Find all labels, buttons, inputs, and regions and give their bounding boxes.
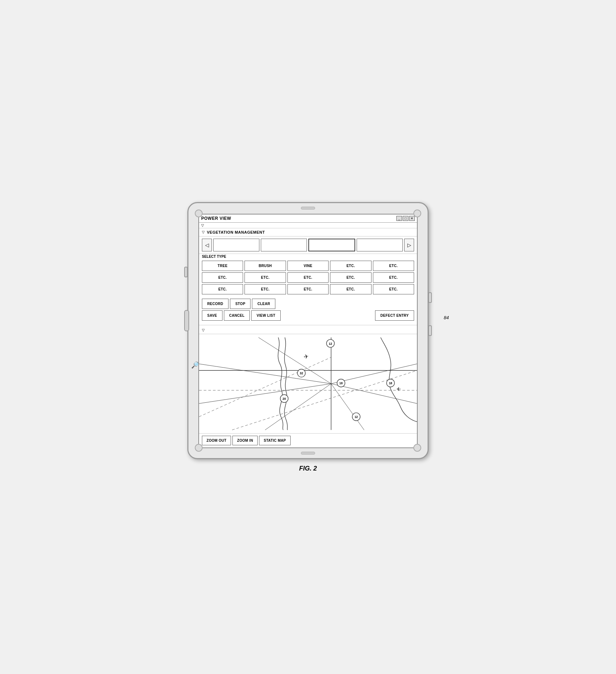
- nav-field-1[interactable]: [213, 239, 259, 251]
- type-btn-etc-1[interactable]: ETC.: [330, 261, 371, 271]
- side-button-left-1[interactable]: [184, 267, 188, 277]
- save-button[interactable]: SAVE: [202, 310, 222, 321]
- corner-tl: [195, 210, 203, 217]
- top-notch: [301, 207, 315, 210]
- svg-rect-0: [199, 337, 417, 430]
- nav-field-4[interactable]: [357, 239, 403, 251]
- action-row-1: RECORD STOP CLEAR: [202, 299, 414, 309]
- type-btn-etc-4[interactable]: ETC.: [244, 272, 286, 283]
- type-btn-etc-7[interactable]: ETC.: [373, 272, 414, 283]
- dropdown-arrow-icon: ▽: [201, 223, 204, 227]
- type-btn-etc-2[interactable]: ETC.: [373, 261, 414, 271]
- type-btn-etc-8[interactable]: ETC.: [202, 284, 243, 294]
- type-grid: TREE BRUSH VINE ETC. ETC. ETC. ETC. ETC.…: [199, 259, 417, 296]
- static-map-button[interactable]: STATIC MAP: [259, 436, 291, 445]
- zoom-out-button[interactable]: ZOOM OUT: [202, 436, 231, 445]
- svg-text:18: 18: [339, 381, 343, 385]
- svg-text:12: 12: [354, 415, 358, 419]
- type-btn-etc-10[interactable]: ETC.: [287, 284, 329, 294]
- type-btn-tree[interactable]: TREE: [202, 261, 243, 271]
- side-button-right-1[interactable]: [428, 292, 432, 303]
- dropdown-row[interactable]: ▽: [199, 223, 417, 228]
- nav-row: ◁ ▷: [199, 237, 417, 254]
- nav-fields: [213, 239, 403, 251]
- action-row-2: SAVE CANCEL VIEW LIST DEFECT ENTRY: [202, 310, 414, 321]
- device: 🔎 84 POWER VIEW _ □ ✕ ▽ ▽ VEGETATION MAN…: [187, 202, 429, 459]
- annotation-label: 84: [444, 315, 449, 320]
- type-btn-vine[interactable]: VINE: [287, 261, 329, 271]
- corner-bl: [195, 444, 203, 452]
- nav-field-2[interactable]: [261, 239, 307, 251]
- nav-left-button[interactable]: ◁: [202, 239, 212, 251]
- type-btn-etc-5[interactable]: ETC.: [287, 272, 329, 283]
- nav-field-3[interactable]: [308, 239, 355, 251]
- svg-text:✈: ✈: [396, 386, 401, 391]
- map-area: 12 18 32 20 18 12 ✈ ✈: [199, 334, 417, 434]
- corner-tr: [413, 210, 421, 217]
- zoom-in-button[interactable]: ZOOM IN: [232, 436, 258, 445]
- bottom-notch: [301, 452, 315, 455]
- nav-right-button[interactable]: ▷: [404, 239, 414, 251]
- window-title: POWER VIEW: [201, 216, 231, 221]
- screen: POWER VIEW _ □ ✕ ▽ ▽ VEGETATION MANAGEME…: [198, 214, 418, 448]
- side-button-left-mid[interactable]: [184, 310, 189, 331]
- clear-button[interactable]: CLEAR: [252, 299, 275, 309]
- window-controls: _ □ ✕: [396, 216, 415, 221]
- corner-br: [413, 444, 421, 452]
- stop-button[interactable]: STOP: [230, 299, 251, 309]
- section-triangle-icon: ▽: [202, 230, 205, 234]
- map-controls: ZOOM OUT ZOOM IN STATIC MAP: [199, 434, 417, 447]
- cancel-button[interactable]: CANCEL: [224, 310, 250, 321]
- type-btn-etc-12[interactable]: ETC.: [373, 284, 414, 294]
- defect-entry-button[interactable]: DEFECT ENTRY: [375, 310, 414, 321]
- view-list-button[interactable]: VIEW LIST: [251, 310, 281, 321]
- type-btn-etc-11[interactable]: ETC.: [330, 284, 371, 294]
- type-btn-etc-6[interactable]: ETC.: [330, 272, 371, 283]
- svg-text:12: 12: [329, 342, 332, 345]
- minimize-button[interactable]: _: [396, 216, 402, 221]
- svg-text:20: 20: [282, 397, 286, 401]
- side-button-right-2[interactable]: [428, 325, 432, 336]
- type-btn-brush[interactable]: BRUSH: [244, 261, 286, 271]
- map-triangle-icon: ▽: [202, 328, 205, 332]
- figure-caption: FIG. 2: [299, 465, 317, 472]
- maximize-button[interactable]: □: [403, 216, 408, 221]
- type-btn-etc-9[interactable]: ETC.: [244, 284, 286, 294]
- svg-text:18: 18: [389, 381, 392, 385]
- close-button[interactable]: ✕: [409, 216, 415, 221]
- type-btn-etc-3[interactable]: ETC.: [202, 272, 243, 283]
- title-bar: POWER VIEW _ □ ✕: [199, 214, 417, 223]
- select-type-label: SELECT TYPE: [199, 254, 417, 259]
- section-title: VEGETATION MANAGEMENT: [207, 230, 265, 234]
- svg-text:32: 32: [300, 371, 303, 375]
- map-svg: 12 18 32 20 18 12 ✈ ✈: [199, 334, 417, 433]
- action-area: RECORD STOP CLEAR SAVE CANCEL VIEW LIST …: [199, 296, 417, 325]
- section-header: ▽ VEGETATION MANAGEMENT: [199, 228, 417, 237]
- map-section-header[interactable]: ▽: [199, 325, 417, 334]
- record-button[interactable]: RECORD: [202, 299, 229, 309]
- magnifier-icon: 🔎: [191, 361, 199, 369]
